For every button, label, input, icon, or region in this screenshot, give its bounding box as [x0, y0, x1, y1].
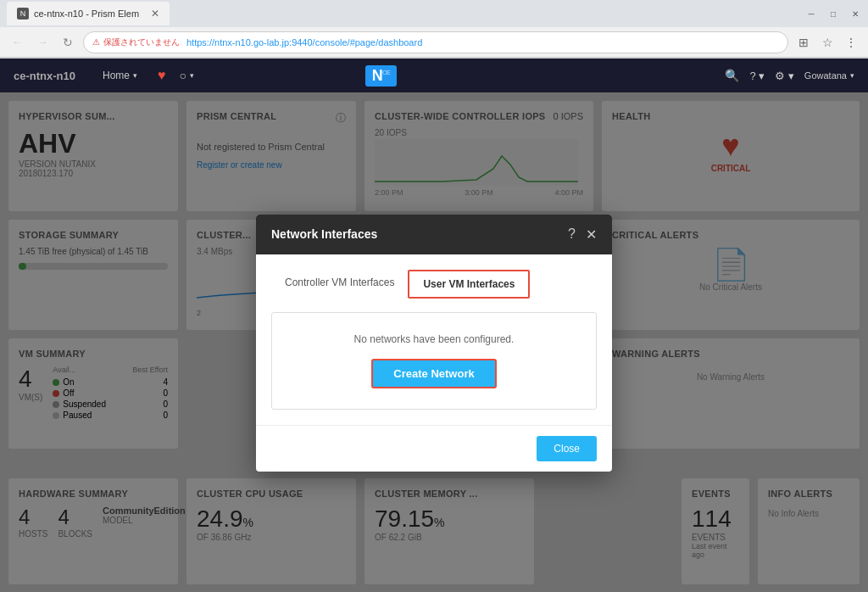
modal-header: Network Interfaces ? ✕	[256, 215, 612, 254]
help-icon[interactable]: ? ▾	[749, 70, 765, 82]
tab-favicon: N	[17, 8, 29, 20]
window-controls: ─ □ ✕	[805, 8, 861, 20]
brand-label: ce-ntnx-n10	[14, 70, 75, 82]
screen-cast-icon[interactable]: ⊞	[793, 32, 814, 53]
app-container: ce-ntnx-n10 Home ▾ ♥ ○ ▾ NCE 🔍 ? ▾ ⚙ ▾ G…	[0, 59, 868, 592]
security-label: 保護されていません	[103, 36, 180, 48]
browser-titlebar: N ce-ntnx-n10 - Prism Elem ✕ ─ □ ✕	[0, 0, 868, 27]
modal-title: Network Interfaces	[271, 227, 377, 241]
forward-button[interactable]: →	[32, 32, 53, 53]
no-networks-text: No networks have been configured.	[354, 333, 515, 345]
modal-overlay: Network Interfaces ? ✕ Controller VM Int…	[0, 92, 868, 592]
user-chevron-icon: ▾	[850, 71, 854, 80]
health-icon[interactable]: ♥	[158, 68, 166, 83]
browser-tab[interactable]: N ce-ntnx-n10 - Prism Elem ✕	[7, 2, 170, 25]
controller-vm-interfaces-tab[interactable]: Controller VM Interfaces	[271, 270, 408, 299]
browser-toolbar: ← → ↻ ⚠ 保護されていません https://ntnx-n10.go-la…	[0, 27, 868, 58]
modal-body: Controller VM Interfaces User VM Interfa…	[256, 254, 612, 425]
modal-help-icon[interactable]: ?	[568, 226, 576, 243]
top-nav: ce-ntnx-n10 Home ▾ ♥ ○ ▾ NCE 🔍 ? ▾ ⚙ ▾ G…	[0, 59, 868, 92]
create-network-button[interactable]: Create Network	[371, 359, 496, 388]
restore-button[interactable]: □	[827, 8, 839, 20]
modal-close-button[interactable]: Close	[537, 436, 597, 461]
refresh-button[interactable]: ↻	[58, 32, 78, 53]
search-icon[interactable]: 🔍	[725, 69, 739, 82]
nav-right-actions: 🔍 ? ▾ ⚙ ▾ Gowatana ▾	[725, 69, 854, 82]
menu-icon[interactable]: ⋮	[841, 32, 861, 53]
tab-close-icon[interactable]: ✕	[151, 8, 159, 20]
settings-icon[interactable]: ⚙ ▾	[775, 70, 794, 82]
user-menu[interactable]: Gowatana ▾	[804, 70, 854, 81]
back-button[interactable]: ←	[7, 32, 27, 53]
home-label: Home	[103, 70, 130, 81]
url-display[interactable]: https://ntnx-n10.go-lab.jp:9440/console/…	[186, 37, 422, 47]
nav-circle-item[interactable]: ○ ▾	[179, 69, 193, 82]
home-nav-item[interactable]: Home ▾	[96, 66, 144, 85]
dashboard-content: Hypervisor Sum... AHV VERSION NUTANIX 20…	[0, 92, 868, 592]
modal-tabs: Controller VM Interfaces User VM Interfa…	[271, 270, 597, 299]
modal-content-area: No networks have been configured. Create…	[271, 312, 597, 410]
bookmark-icon[interactable]: ☆	[817, 32, 837, 53]
home-chevron-icon: ▾	[133, 71, 137, 80]
ce-badge: CE	[382, 69, 390, 76]
modal-header-actions: ? ✕	[568, 226, 597, 243]
username: Gowatana	[804, 70, 847, 81]
logo-n: N	[372, 67, 382, 84]
modal-footer: Close	[256, 425, 612, 472]
tab-title: ce-ntnx-n10 - Prism Elem	[34, 8, 139, 19]
security-warning-icon: ⚠	[92, 37, 100, 47]
modal-close-icon[interactable]: ✕	[586, 226, 597, 243]
nav-center-logo: NCE	[365, 65, 397, 87]
user-vm-interfaces-tab[interactable]: User VM Interfaces	[408, 270, 530, 299]
browser-chrome: N ce-ntnx-n10 - Prism Elem ✕ ─ □ ✕ ← → ↻…	[0, 0, 868, 59]
close-button[interactable]: ✕	[849, 8, 861, 20]
toolbar-actions: ⊞ ☆ ⋮	[793, 32, 861, 53]
address-bar[interactable]: ⚠ 保護されていません https://ntnx-n10.go-lab.jp:9…	[83, 31, 788, 53]
minimize-button[interactable]: ─	[805, 8, 817, 20]
network-interfaces-modal: Network Interfaces ? ✕ Controller VM Int…	[256, 215, 612, 472]
nutanix-logo: NCE	[365, 65, 397, 87]
